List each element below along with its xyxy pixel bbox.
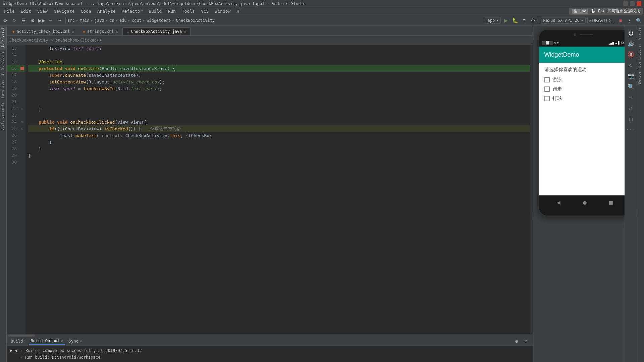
build-settings-btn[interactable]: ⚙ bbox=[513, 337, 521, 345]
expand-icon-2[interactable]: ▼ bbox=[15, 348, 17, 353]
more-button[interactable]: ··· bbox=[626, 125, 636, 134]
code-line-17: super.onCreate(savedInstanceState); bbox=[28, 72, 530, 78]
run-icon: ✓ bbox=[20, 355, 22, 360]
build-tab-sync[interactable]: Sync × bbox=[67, 338, 84, 344]
checkbox-item-1[interactable]: 游泳 bbox=[544, 77, 626, 83]
menu-vcs[interactable]: VCS bbox=[198, 8, 211, 14]
phone-speaker bbox=[580, 34, 593, 35]
menu-view[interactable]: View bbox=[35, 8, 50, 14]
phone-emulator-panel: ⬛⬜⬛ ○ □ ▂▄▆ ▲ ▊ 8:12 WidgetDemo 请 bbox=[533, 25, 637, 362]
checkbox-item-2[interactable]: 跑步 bbox=[544, 86, 626, 92]
tab-close-java[interactable]: × bbox=[184, 29, 186, 34]
checkbox-paobu[interactable] bbox=[544, 86, 550, 92]
minimize-button[interactable] bbox=[623, 1, 628, 6]
code-area[interactable]: TextView text_sport; @Override protected… bbox=[25, 45, 530, 334]
breadcrumb-src[interactable]: src bbox=[67, 18, 75, 23]
code-line-14 bbox=[28, 52, 530, 58]
menu-tools[interactable]: Tools bbox=[179, 8, 198, 14]
toolbar-more-btn[interactable]: ⋮ bbox=[626, 16, 634, 24]
nav-home-button[interactable]: ● bbox=[583, 199, 587, 206]
build-tab-sync-close[interactable]: × bbox=[80, 339, 82, 343]
panel-label-device-file[interactable]: Device File Explorer bbox=[637, 42, 644, 86]
tab-close-xml[interactable]: × bbox=[72, 29, 74, 34]
toolbar-back-btn[interactable]: ← bbox=[47, 16, 55, 24]
tab-strings-xml[interactable]: ◈ strings.xml × bbox=[78, 27, 122, 35]
panel-label-favorites[interactable]: Favorites bbox=[0, 78, 6, 100]
menu-run[interactable]: Run bbox=[165, 8, 178, 14]
line-num-27: 27 bbox=[7, 139, 19, 145]
toolbar-sdk-btn[interactable]: SDK bbox=[589, 16, 597, 24]
device-selector[interactable]: Nexus 5X API 26 ▾ bbox=[541, 17, 586, 24]
checkbox-item-3[interactable]: 打球 bbox=[544, 96, 626, 102]
tab-activity-check-box-xml[interactable]: ◈ activity_check_box.xml × bbox=[8, 27, 78, 35]
breadcrumb-java[interactable]: java bbox=[95, 18, 104, 23]
checkbox-daiqiu[interactable] bbox=[544, 96, 550, 101]
circle-button[interactable]: ○ bbox=[626, 103, 636, 113]
toolbar-list-btn[interactable]: ☰ bbox=[19, 16, 28, 24]
breadcrumb-cn[interactable]: cn bbox=[109, 18, 114, 23]
volume-down-button[interactable]: 🔇 bbox=[626, 50, 636, 59]
square-button[interactable]: □ bbox=[626, 114, 636, 123]
breadcrumb-main[interactable]: main bbox=[80, 18, 90, 23]
menu-file[interactable]: File bbox=[1, 8, 17, 14]
menu-edit[interactable]: Edit bbox=[18, 8, 34, 14]
toolbar-run-all-btn[interactable]: ▶▶ bbox=[38, 16, 46, 24]
volume-up-button[interactable]: 🔊 bbox=[626, 39, 636, 48]
editor-scrollbar[interactable] bbox=[530, 45, 533, 334]
nav-recents-button[interactable]: ■ bbox=[609, 199, 613, 206]
breadcrumb-cdut[interactable]: cdut bbox=[132, 18, 142, 23]
profile-button[interactable]: ⏱ bbox=[529, 16, 537, 24]
toolbar-sync2-btn[interactable]: ⟳ bbox=[10, 16, 18, 24]
menu-window[interactable]: Window bbox=[212, 8, 233, 14]
fold-icon-22[interactable]: ▷ bbox=[21, 107, 23, 111]
menu-refactor[interactable]: Refactor bbox=[119, 8, 146, 14]
toolbar-sync-btn[interactable]: ⟳ bbox=[1, 16, 9, 24]
panel-label-build-variants[interactable]: Build Variants bbox=[0, 100, 6, 132]
screenshot-button[interactable]: 📷 bbox=[626, 71, 636, 80]
tab-close-strings[interactable]: × bbox=[116, 29, 118, 34]
breadcrumb-widgetdemo[interactable]: widgetdemo bbox=[147, 18, 171, 23]
code-line-19: text_sport = findViewById(R.id.text_spor… bbox=[28, 85, 530, 92]
build-tab-output[interactable]: Build Output × bbox=[29, 338, 64, 345]
tab-bar: ◈ activity_check_box.xml × ◈ strings.xml… bbox=[7, 25, 533, 36]
panel-label-structure[interactable]: 2: Structure bbox=[0, 50, 6, 78]
rotate-button[interactable]: ◇ bbox=[626, 60, 636, 70]
zoom-in-button[interactable]: 🔍 bbox=[626, 82, 636, 91]
panel-label-gradle[interactable]: Gradle bbox=[637, 25, 644, 42]
gutter-16 bbox=[19, 65, 25, 72]
coverage-button[interactable]: ☂ bbox=[520, 16, 528, 24]
breadcrumb-checkboxactivity[interactable]: CheckBoxActivity bbox=[176, 18, 215, 23]
build-tab-build[interactable]: Build: bbox=[9, 338, 26, 344]
expand-icon[interactable]: ▼ bbox=[9, 348, 12, 353]
power-button[interactable]: ⏻ bbox=[626, 28, 636, 38]
maximize-button[interactable] bbox=[630, 1, 635, 6]
toolbar-stop-btn[interactable]: ■ bbox=[616, 16, 625, 24]
toolbar-forward-btn[interactable]: → bbox=[56, 16, 64, 24]
close-button[interactable] bbox=[637, 1, 641, 6]
menu-help[interactable]: H bbox=[234, 8, 242, 14]
toolbar-terminal-btn[interactable]: >_ bbox=[607, 16, 615, 24]
fold-icon-24[interactable]: ▽ bbox=[21, 120, 23, 124]
toolbar-plugin-btn[interactable]: ⚙ bbox=[29, 16, 37, 24]
toolbar-search-btn[interactable]: 🔍 bbox=[635, 16, 643, 24]
nav-back-button[interactable]: ◀ bbox=[557, 199, 560, 206]
panel-label-project[interactable]: 1: Project bbox=[0, 25, 6, 50]
signal-icon: ▂▄▆ bbox=[609, 41, 614, 45]
menu-build[interactable]: Build bbox=[146, 8, 164, 14]
run-config-selector[interactable]: app ▾ bbox=[485, 17, 501, 24]
run-button[interactable]: ▶ bbox=[502, 16, 510, 24]
checkbox-youyong[interactable] bbox=[544, 77, 550, 82]
toolbar-avd-btn[interactable]: AVD bbox=[598, 16, 606, 24]
menu-navigate[interactable]: Navigate bbox=[51, 8, 77, 14]
menu-analyze[interactable]: Analyze bbox=[95, 8, 118, 14]
fold-icon-25[interactable]: ▷ bbox=[21, 127, 23, 131]
menu-code[interactable]: Code bbox=[78, 8, 94, 14]
build-close-btn[interactable]: × bbox=[522, 337, 530, 345]
debug-button[interactable]: 🐛 bbox=[511, 16, 519, 24]
breadcrumb-edu[interactable]: edu bbox=[119, 18, 127, 23]
line-num-18: 18 bbox=[7, 78, 19, 85]
undo-button[interactable]: ↩ bbox=[626, 93, 636, 102]
build-tab-output-close[interactable]: × bbox=[61, 339, 63, 343]
hscrollbar-thumb[interactable] bbox=[8, 335, 35, 337]
tab-checkboxactivity-java[interactable]: ☕ CheckBoxActivity.java × bbox=[122, 27, 191, 35]
